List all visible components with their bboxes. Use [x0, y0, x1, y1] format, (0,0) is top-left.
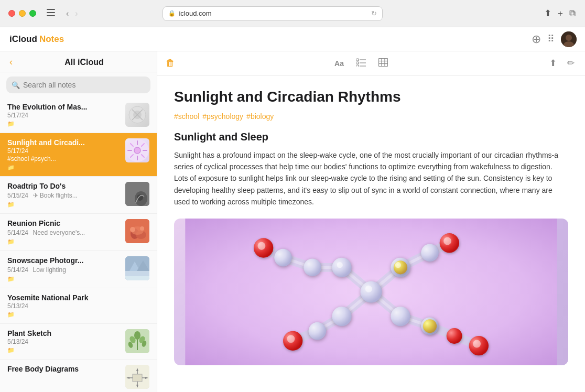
svg-point-105	[395, 262, 401, 268]
tabs-icon[interactable]: ⧉	[568, 7, 577, 20]
forward-nav-button[interactable]: ›	[72, 8, 80, 19]
note-thumb-evo	[125, 103, 149, 127]
search-container: 🔍	[0, 72, 157, 97]
close-button[interactable]	[8, 10, 15, 17]
note-thumb-snowscape	[125, 256, 149, 280]
reload-icon[interactable]: ↻	[371, 9, 377, 17]
note-content: Sunlight and Circadian Rhythms #school #…	[157, 75, 585, 392]
note-item-plant[interactable]: Plant Sketch 5/13/24 📁	[0, 324, 157, 360]
table-button[interactable]	[376, 56, 390, 71]
app-header: iCloud Notes ⊕ ⠿	[0, 27, 585, 51]
note-item-free[interactable]: Free Body Diagrams	[0, 360, 157, 392]
note-preview-reunion: Need everyone's...	[33, 229, 85, 236]
note-meta-sunlight: 5/17/24	[7, 147, 121, 155]
note-thumb-plant	[125, 329, 149, 353]
folder-icon-roadtrip: 📁	[7, 201, 121, 208]
share-browser-icon[interactable]: ⬆	[543, 7, 552, 20]
note-body: Sunlight has a profound impact on the sl…	[174, 149, 568, 208]
svg-point-27	[130, 227, 135, 232]
avatar[interactable]	[561, 31, 577, 47]
grid-view-button[interactable]: ⠿	[547, 33, 555, 45]
checklist-button[interactable]	[354, 56, 368, 71]
search-input[interactable]	[23, 81, 145, 89]
svg-point-103	[365, 285, 372, 292]
search-box[interactable]: 🔍	[6, 77, 150, 93]
note-title-snowscape: Snowscape Photogr...	[7, 256, 121, 265]
svg-point-94	[391, 307, 410, 326]
browser-chrome: ‹ › 🔒 icloud.com ↻ ⬆ + ⧉	[0, 0, 585, 27]
note-item-yosemite[interactable]: Yosemite National Park 5/13/24 📁	[0, 288, 157, 324]
minimize-button[interactable]	[19, 10, 26, 17]
search-icon: 🔍	[12, 81, 20, 89]
notes-text: Notes	[39, 34, 64, 45]
svg-point-11	[134, 147, 140, 154]
note-title-yosemite: Yosemite National Park	[7, 293, 149, 302]
note-meta-yosemite: 5/13/24	[7, 302, 149, 310]
tag-biology[interactable]: #biology	[246, 112, 274, 121]
svg-rect-1	[47, 12, 55, 13]
edit-note-button[interactable]: ✏	[565, 56, 577, 71]
note-text-sunlight: Sunlight and Circadi... 5/17/24 #school …	[7, 138, 121, 171]
note-item-sunlight[interactable]: Sunlight and Circadi... 5/17/24 #school …	[0, 133, 157, 177]
svg-point-91	[360, 281, 382, 302]
note-main-title: Sunlight and Circadian Rhythms	[174, 88, 568, 106]
svg-point-99	[309, 322, 327, 340]
address-bar[interactable]: 🔒 icloud.com ↻	[162, 6, 383, 21]
delete-note-button[interactable]: 🗑	[166, 58, 175, 69]
tag-school[interactable]: #school	[174, 112, 199, 121]
back-nav-button[interactable]: ‹	[63, 8, 71, 19]
back-button[interactable]: ‹	[7, 57, 15, 68]
sidebar: ‹ All iCloud 🔍 The Evolution of Mas... 5…	[0, 51, 157, 392]
note-preview-snowscape: Low lighting	[33, 266, 66, 274]
note-meta-snowscape: 5/14/24	[7, 266, 28, 274]
folder-icon-yosemite: 📁	[7, 311, 149, 318]
share-note-button[interactable]: ⬆	[547, 56, 559, 71]
note-meta-plant: 5/13/24	[7, 338, 121, 345]
svg-point-95	[332, 307, 351, 326]
svg-point-36	[134, 331, 140, 340]
svg-point-108	[473, 340, 481, 347]
nav-arrows: ‹ ›	[63, 8, 81, 19]
note-meta-evo: 5/17/24	[7, 112, 121, 119]
notes-list: The Evolution of Mas... 5/17/24 📁 Sunlig…	[0, 97, 157, 392]
svg-point-101	[394, 260, 407, 274]
note-text-snowscape: Snowscape Photogr... 5/14/24 Low lightin…	[7, 256, 121, 282]
header-right: ⊕ ⠿	[532, 31, 577, 47]
main-layout: ‹ All iCloud 🔍 The Evolution of Mas... 5…	[0, 51, 585, 392]
note-item-roadtrip[interactable]: Roadtrip To Do's 5/15/24 ✈ Book flights.…	[0, 177, 157, 214]
note-text-reunion: Reunion Picnic 5/14/24 Need everyone's..…	[7, 219, 121, 245]
folder-icon-sunlight: 📁	[7, 164, 121, 171]
folder-icon-evo: 📁	[7, 121, 121, 127]
lock-icon: 🔒	[168, 10, 176, 17]
svg-rect-0	[47, 9, 55, 10]
app-logo: iCloud Notes	[8, 34, 64, 45]
note-section-title: Sunlight and Sleep	[174, 131, 568, 143]
folder-icon-snowscape: 📁	[7, 276, 121, 282]
format-text-button[interactable]: Aa	[332, 57, 346, 70]
folder-icon-plant: 📁	[7, 347, 121, 354]
note-text-evo: The Evolution of Mas... 5/17/24 📁	[7, 103, 121, 127]
new-note-button[interactable]: ⊕	[532, 32, 541, 46]
note-title-reunion: Reunion Picnic	[7, 219, 121, 227]
note-item-snowscape[interactable]: Snowscape Photogr... 5/14/24 Low lightin…	[0, 251, 157, 288]
note-text-yosemite: Yosemite National Park 5/13/24 📁	[7, 293, 149, 318]
svg-point-100	[274, 248, 292, 266]
note-item-evo[interactable]: The Evolution of Mas... 5/17/24 📁	[0, 97, 157, 133]
sidebar-header: ‹ All iCloud	[0, 51, 157, 72]
maximize-button[interactable]	[29, 10, 36, 17]
note-tags: #school #psychology #biology	[174, 112, 568, 121]
note-text-plant: Plant Sketch 5/13/24 📁	[7, 329, 121, 354]
note-thumb-free	[125, 365, 149, 389]
toolbar-right: ⬆ ✏	[547, 56, 577, 71]
note-meta-reunion: 5/14/24	[7, 229, 28, 236]
note-thumb-roadtrip	[125, 182, 149, 206]
note-item-reunion[interactable]: Reunion Picnic 5/14/24 Need everyone's..…	[0, 214, 157, 251]
toolbar-center: Aa	[183, 56, 539, 71]
sidebar-title: All iCloud	[19, 58, 149, 67]
tag-psychology[interactable]: #psychology	[202, 112, 243, 121]
svg-point-90	[447, 328, 462, 344]
svg-rect-55	[356, 65, 359, 67]
note-title-plant: Plant Sketch	[7, 329, 121, 337]
new-tab-icon[interactable]: +	[557, 7, 564, 20]
sidebar-toggle-button[interactable]	[45, 7, 57, 20]
